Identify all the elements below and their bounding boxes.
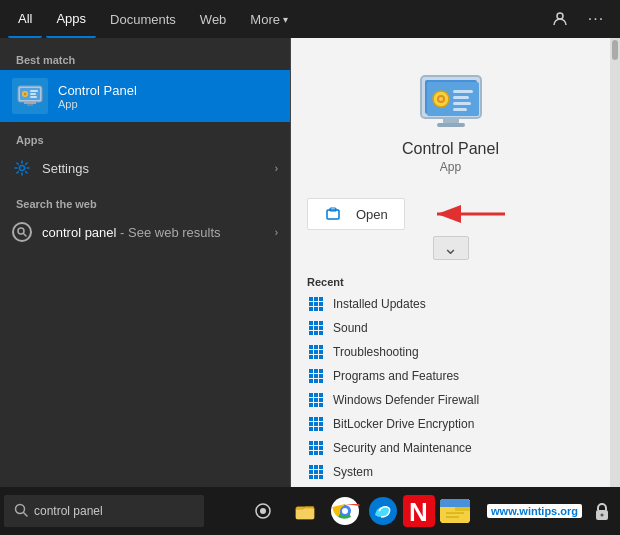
web-search-suffix: - See web results [120,225,220,240]
taskbar-search-text: control panel [34,504,103,518]
svg-rect-21 [453,102,471,105]
file-explorer-btn[interactable] [285,491,325,531]
netflix-btn[interactable]: N [403,495,435,527]
list-item-settings[interactable]: Settings › [0,150,290,186]
apps-section-label: Apps [0,126,290,150]
recent-section: Recent Installed Updates [291,268,610,487]
svg-point-38 [342,508,348,514]
recent-item-troubleshooting[interactable]: Troubleshooting [307,340,594,364]
settings-arrow-icon: › [275,163,278,174]
recent-item-bitlocker[interactable]: BitLocker Drive Encryption [307,412,594,436]
app-detail-subtitle: App [440,160,461,174]
svg-point-4 [24,93,27,96]
svg-rect-44 [440,503,470,507]
recent-item-icon [307,297,325,311]
right-scrollbar[interactable] [610,38,620,487]
best-match-label: Best match [0,46,290,70]
app-detail-title: Control Panel [402,140,499,158]
open-icon [324,205,342,223]
web-search-query: control panel [42,225,116,240]
action-area: Open [291,190,610,268]
open-label: Open [356,207,388,222]
svg-rect-6 [30,93,36,95]
settings-icon [12,158,32,178]
recent-item-installed-updates[interactable]: Installed Updates [307,292,594,316]
chrome-btn[interactable] [327,493,363,529]
expand-button[interactable]: ⌄ [433,236,469,260]
app-detail-header: Control Panel App [291,38,610,190]
svg-point-32 [260,508,266,514]
top-nav-bar: All Apps Documents Web More ▾ ··· [0,0,620,38]
tab-all[interactable]: All [8,0,42,38]
recent-item-icon [307,441,325,455]
ellipsis-icon: ··· [588,10,604,28]
lock-btn[interactable] [588,497,616,525]
tab-apps[interactable]: Apps [46,0,96,38]
search-web-label: Search the web [0,186,290,214]
svg-rect-22 [453,108,467,111]
settings-label: Settings [42,161,89,176]
svg-rect-23 [443,118,459,123]
winrar-btn[interactable] [437,493,473,529]
svg-line-12 [24,234,27,237]
taskbar-search-box[interactable]: control panel [4,495,204,527]
web-search-icon [12,222,32,242]
edge-btn[interactable] [365,493,401,529]
recent-item-programs-features[interactable]: Programs and Features [307,364,594,388]
svg-rect-7 [30,96,37,98]
recent-item-icon [307,369,325,383]
more-options-btn[interactable]: ··· [580,3,612,35]
more-chevron-icon: ▾ [283,14,288,25]
recent-item-icon [307,393,325,407]
svg-rect-24 [437,123,465,127]
red-arrow-annotation [427,204,507,224]
watermark: www.wintips.org [487,504,582,518]
recent-item-icon [307,417,325,431]
svg-rect-9 [27,104,33,106]
svg-rect-8 [24,102,36,104]
web-search-item[interactable]: control panel - See web results › [0,214,290,250]
control-panel-small-icon [12,78,48,114]
taskbar-search-icon [14,503,28,520]
svg-point-18 [439,97,443,101]
recent-item-icon [307,465,325,479]
svg-point-48 [601,514,604,517]
tab-web[interactable]: Web [190,0,237,38]
expand-chevron-icon: ⌄ [443,237,458,259]
control-panel-big-icon [415,68,487,140]
svg-text:N: N [409,497,427,525]
best-match-subtitle: App [58,98,137,110]
web-search-arrow-icon: › [275,227,278,238]
svg-rect-5 [30,90,38,92]
svg-point-0 [557,13,563,19]
open-button[interactable]: Open [307,198,405,230]
recent-item-security-maintenance[interactable]: Security and Maintenance [307,436,594,460]
svg-point-10 [20,166,25,171]
svg-line-30 [24,512,28,516]
user-icon-btn[interactable] [544,3,576,35]
svg-rect-20 [453,96,469,99]
best-match-title: Control Panel [58,83,137,98]
tab-more[interactable]: More ▾ [240,0,298,38]
taskbar: control panel [0,487,620,535]
recent-item-icon [307,321,325,335]
taskview-btn[interactable] [243,491,283,531]
recent-item-system[interactable]: System [307,460,594,484]
svg-rect-34 [296,509,314,519]
recent-label: Recent [307,276,594,288]
recent-item-icon [307,345,325,359]
best-match-item-control-panel[interactable]: Control Panel App [0,70,290,122]
recent-item-sound[interactable]: Sound [307,316,594,340]
left-panel: Best match [0,38,290,487]
tab-documents[interactable]: Documents [100,0,186,38]
recent-item-windows-defender[interactable]: Windows Defender Firewall [307,388,594,412]
svg-rect-19 [453,90,473,93]
right-panel: Control Panel App Open [291,38,610,487]
